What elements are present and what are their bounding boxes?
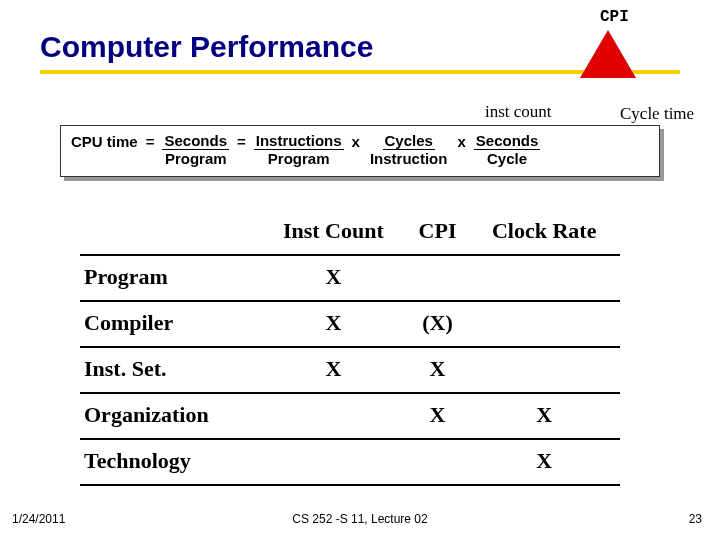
formula-frac1: Seconds Program: [162, 132, 229, 168]
row-label: Inst. Set.: [80, 347, 260, 393]
row-label: Compiler: [80, 301, 260, 347]
table-row: Program X: [80, 255, 620, 301]
cell: [468, 301, 620, 347]
formula-frac3: Cycles Instruction: [368, 132, 450, 168]
cell: X: [260, 301, 407, 347]
formula-frac4: Seconds Cycle: [474, 132, 541, 168]
footer-page-number: 23: [689, 512, 702, 526]
formula-x1: x: [352, 132, 360, 150]
cell: [468, 255, 620, 301]
table-row: Compiler X (X): [80, 301, 620, 347]
cell: X: [407, 393, 469, 439]
frac4-top: Seconds: [474, 132, 541, 150]
cell: (X): [407, 301, 469, 347]
frac3-top: Cycles: [383, 132, 435, 150]
frac4-bot: Cycle: [485, 150, 529, 167]
row-label: Program: [80, 255, 260, 301]
cell: X: [260, 255, 407, 301]
impact-table: Inst Count CPI Clock Rate Program X Comp…: [80, 210, 620, 486]
cell: [260, 393, 407, 439]
cpi-triangle-icon: [580, 30, 636, 78]
cell: [468, 347, 620, 393]
cell: X: [468, 439, 620, 485]
row-label: Technology: [80, 439, 260, 485]
frac1-bot: Program: [163, 150, 229, 167]
frac2-bot: Program: [266, 150, 332, 167]
table-row: Organization X X: [80, 393, 620, 439]
formula-box: CPU time = Seconds Program = Instruction…: [60, 125, 660, 177]
formula-cputime: CPU time: [71, 132, 138, 150]
formula-eq1: =: [146, 132, 155, 150]
slide-title: Computer Performance: [40, 30, 373, 64]
cell: [260, 439, 407, 485]
footer-center: CS 252 -S 11, Lecture 02: [0, 512, 720, 526]
cell: X: [260, 347, 407, 393]
frac2-top: Instructions: [254, 132, 344, 150]
row-label: Organization: [80, 393, 260, 439]
formula-x2: x: [457, 132, 465, 150]
cpi-label: CPI: [600, 8, 629, 26]
table-header-row: Inst Count CPI Clock Rate: [80, 210, 620, 255]
table-header-clockrate: Clock Rate: [468, 210, 620, 255]
table-header-instcount: Inst Count: [260, 210, 407, 255]
cell: X: [468, 393, 620, 439]
table-header-cpi: CPI: [407, 210, 469, 255]
frac3-bot: Instruction: [368, 150, 450, 167]
formula-frac2: Instructions Program: [254, 132, 344, 168]
table-row: Technology X: [80, 439, 620, 485]
table-header-blank: [80, 210, 260, 255]
cell: [407, 255, 469, 301]
cell: X: [407, 347, 469, 393]
formula-eq2: =: [237, 132, 246, 150]
inst-count-label: inst count: [485, 102, 552, 122]
table-row: Inst. Set. X X: [80, 347, 620, 393]
frac1-top: Seconds: [162, 132, 229, 150]
cycle-time-label: Cycle time: [620, 104, 694, 124]
cell: [407, 439, 469, 485]
